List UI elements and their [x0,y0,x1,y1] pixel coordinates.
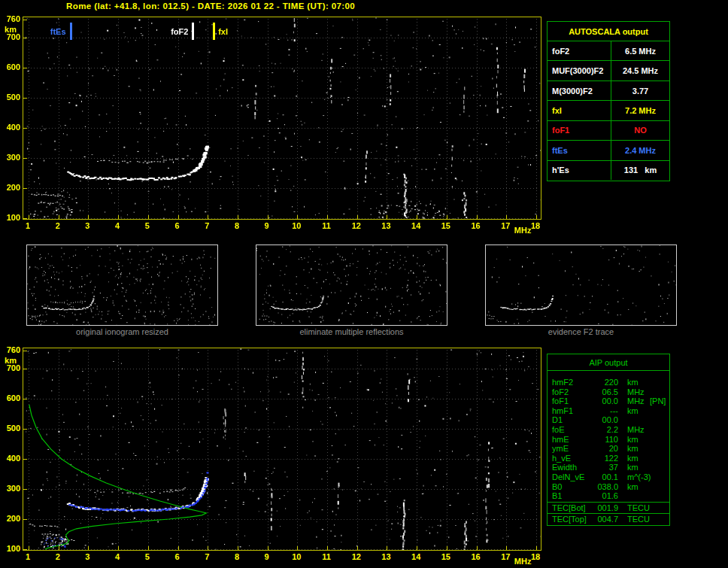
aip-param-label: h_vE [548,454,596,463]
x-axis-tick-label: 3 [79,552,96,561]
aip-row: foE2.2MHz [548,425,669,435]
aip-param-value: 37 [596,463,618,472]
x-axis-tick-label: 1 [20,221,36,230]
x-axis-tick-label: 4 [109,221,126,230]
aip-param-note [648,482,669,492]
x-axis-tick-label: 15 [438,552,454,561]
fxI-marker-label: fxI [218,27,228,36]
y-axis-tick-label: 760 [1,345,20,354]
x-axis-tick-label: 15 [438,221,454,230]
aip-row: h_vE122km [548,454,669,463]
x-axis-tick-label: 16 [468,552,484,561]
aip-param-unit [618,415,648,425]
thumbnail-eliminate-reflections [256,245,447,326]
thumbnail-evidence-f2 [485,245,677,326]
y-axis-tick-label: 100 [1,213,20,222]
y-axis-unit-label: km [1,25,20,34]
aip-param-label: hmF2 [548,378,596,387]
aip-param-value: 2.2 [596,425,618,435]
x-axis-tick-label: 11 [318,221,335,230]
aip-param-note [648,435,669,445]
autoscala-output-table: AUTOSCALA output foF26.5 MHzMUF(3000)F22… [547,21,670,181]
thumbnail-evidence-canvas [486,245,676,325]
aip-param-value: 220 [596,378,618,387]
aip-param-note [648,444,669,454]
x-axis-tick-label: 7 [199,221,215,230]
y-axis-tick-label: 400 [1,123,20,132]
aip-row: TEC[Top]004.7TECU [548,515,669,524]
autoscala-param-label: foF1 [548,121,611,140]
aip-param-label: foF1 [548,396,596,406]
fxI-marker-line [213,23,215,40]
y-axis-tick-label: 760 [1,14,20,23]
aip-row: DelN_vE00.1m^(-3) [548,472,669,482]
thumbnail-original-ionogram [26,245,218,326]
aip-param-note [648,472,669,482]
x-axis-tick-label: 5 [139,552,156,561]
x-axis-tick-label: 12 [348,552,365,561]
x-axis-tick-label: 14 [408,552,424,561]
ftEs-marker-label: ftEs [33,27,66,36]
ionogram-top: ftEsfoF2fxI [23,17,541,220]
aip-param-value: 001.9 [596,503,618,513]
y-axis-tick-label: 500 [1,424,20,433]
aip-row: foF206.5MHz [548,387,669,397]
aip-param-unit: TECU [618,515,648,524]
x-axis-tick-label: 5 [139,221,156,230]
aip-param-label: B1 [548,491,596,501]
aip-param-unit: km [618,406,648,416]
y-axis-tick-label: 300 [1,153,20,162]
aip-row: Ewidth37km [548,463,669,472]
autoscala-row: foF26.5 MHz [548,41,669,61]
aip-param-unit: m^(-3) [618,472,648,482]
x-axis-unit-label: MHz [511,557,534,566]
aip-param-unit: MHz [618,425,648,435]
ionogram-top-markers: ftEsfoF2fxI [23,17,541,219]
aip-param-value: 00.0 [596,415,618,425]
aip-row: hmF2220km [548,378,669,387]
x-axis-tick-label: 2 [50,221,66,230]
thumbnail-caption-eliminate: eliminate multiple reflections [256,327,447,336]
aip-param-note [648,503,669,513]
x-axis-tick-label: 16 [468,221,484,230]
aip-param-note: [PN] [648,396,669,406]
ionogram-top-y-axis: 760700600500400300200100km [0,17,22,220]
y-axis-tick-label: 500 [1,93,20,102]
y-axis-tick-label: 400 [1,454,20,463]
autoscala-param-label: h'Es [548,161,611,180]
autoscala-param-label: fxI [548,101,611,120]
aip-row: D100.0 [548,415,669,425]
x-axis-tick-label: 3 [79,221,96,230]
foF2-marker-line [192,23,194,40]
aip-param-unit: km [618,463,648,472]
autoscala-row: MUF(3000)F224.5 MHz [548,61,669,80]
autoscala-param-value: NO [611,121,669,140]
autoscala-param-value: 6.5 MHz [611,41,669,60]
autoscala-table-title: AUTOSCALA output [548,22,669,41]
autoscala-param-value: 3.77 [611,81,669,100]
x-axis-tick-label: 8 [229,221,245,230]
aip-param-note [648,415,669,425]
autoscala-param-label: foF2 [548,41,611,60]
x-axis-unit-label: MHz [511,226,534,235]
aip-param-unit: MHz [618,396,648,406]
autoscala-row: ftEs2.4 MHz [548,141,669,160]
aip-output-table: AIP output hmF2220kmfoF206.5MHzfoF100.0M… [547,354,670,526]
aip-param-note [648,463,669,472]
y-axis-tick-label: 100 [1,544,20,553]
aip-param-unit: MHz [618,387,648,397]
aip-param-note [648,454,669,463]
ionogram-bottom-canvas [23,348,541,550]
aip-param-value: --- [596,406,618,416]
aip-param-unit [618,491,648,501]
y-axis-tick-label: 200 [1,514,20,523]
aip-table-rows: hmF2220kmfoF206.5MHzfoF100.0MHz[PN]hmF1-… [548,371,669,524]
thumbnail-caption-evidence: evidence F2 trace [485,327,677,336]
autoscala-row: foF1NO [548,121,669,141]
aip-param-unit: km [618,454,648,463]
aip-param-value: 00.0 [596,396,618,406]
x-axis-tick-label: 10 [288,552,305,561]
aip-param-note [648,387,669,397]
aip-param-value: 06.5 [596,387,618,397]
autoscala-table-rows: foF26.5 MHzMUF(3000)F224.5 MHzM(3000)F23… [548,41,669,180]
